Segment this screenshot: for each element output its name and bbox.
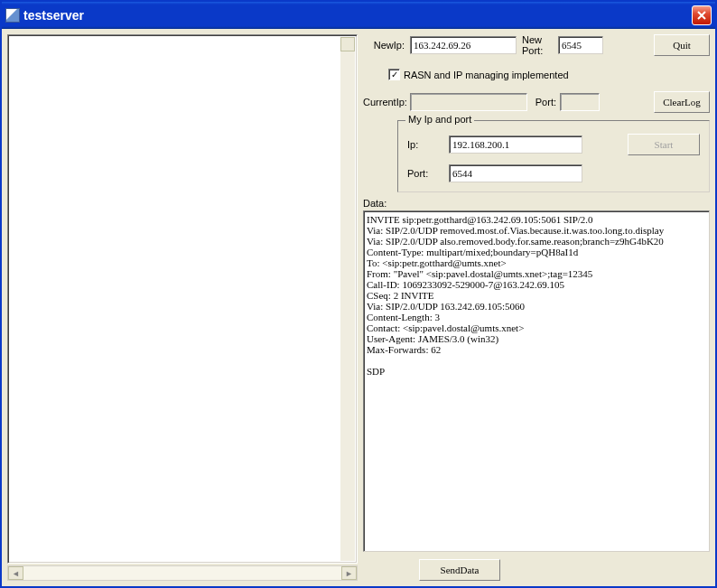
newport-label: New Port: [522, 34, 558, 56]
myipport-title: My Ip and port [405, 114, 474, 125]
vertical-scrollbar[interactable] [340, 37, 355, 561]
send-row: SendData [363, 559, 710, 581]
horizontal-scrollbar[interactable]: ◄ ► [7, 565, 358, 581]
log-listbox[interactable] [7, 34, 358, 564]
start-button[interactable]: Start [628, 134, 700, 155]
left-panel: ◄ ► [7, 34, 358, 581]
newip-input[interactable] [410, 36, 517, 54]
rasn-label: RASN and IP managing implemented [404, 70, 569, 80]
window-title: testserver [23, 8, 84, 23]
data-label: Data: [363, 198, 710, 209]
titlebar: testserver [2, 2, 715, 29]
newip-row: NewIp: New Port: Quit [363, 34, 710, 56]
close-icon [696, 10, 707, 21]
scrollbar-up-button[interactable] [340, 37, 355, 51]
right-panel: NewIp: New Port: Quit ✓ RASN and IP mana… [363, 34, 710, 581]
myipport-group: My Ip and port Ip: Start Port: [397, 120, 710, 192]
titlebar-left: testserver [5, 8, 84, 23]
currentport-field [560, 93, 600, 111]
currentport-label: Port: [527, 97, 560, 107]
newip-label: NewIp: [363, 40, 410, 51]
myport-input[interactable] [449, 164, 582, 182]
close-button[interactable] [692, 5, 712, 25]
clearlog-button[interactable]: ClearLog [654, 91, 710, 113]
client-area: ◄ ► NewIp: New Port: Quit ✓ RASN and IP … [2, 29, 715, 586]
app-icon [5, 8, 20, 23]
myip-label: Ip: [407, 139, 449, 150]
currentip-field [410, 93, 527, 111]
data-textarea[interactable] [363, 210, 710, 552]
currentip-label: CurrentIp: [363, 97, 410, 107]
currentip-row: CurrentIp: Port: ClearLog [363, 91, 710, 113]
app-window: testserver ◄ ► NewIp: N [0, 0, 717, 588]
scroll-right-button[interactable]: ► [341, 566, 357, 580]
senddata-button[interactable]: SendData [419, 559, 500, 581]
rasn-checkbox[interactable]: ✓ [388, 69, 400, 80]
myip-input[interactable] [449, 135, 582, 154]
scroll-track[interactable] [23, 566, 341, 580]
rasn-row: ✓ RASN and IP managing implemented [388, 69, 710, 80]
newport-input[interactable] [558, 36, 603, 54]
scroll-left-button[interactable]: ◄ [8, 566, 23, 580]
quit-button[interactable]: Quit [654, 34, 710, 56]
myport-label: Port: [407, 168, 449, 179]
